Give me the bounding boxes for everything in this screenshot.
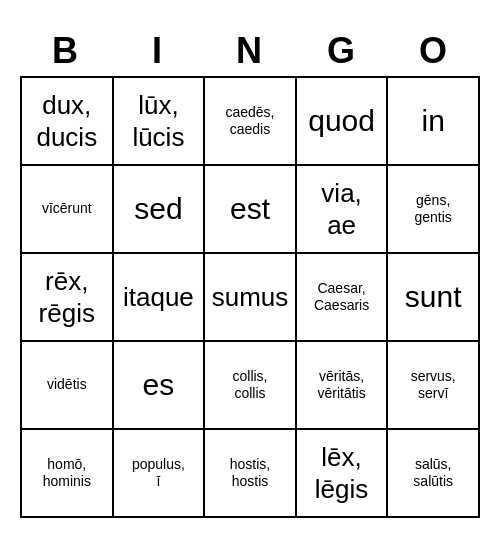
header-letter-n: N	[204, 26, 296, 76]
cell-r2-c2: sumus	[205, 254, 297, 342]
cell-text-r0-c2: caedēs,caedis	[225, 104, 274, 139]
cell-r3-c3: vēritās,vēritātis	[297, 342, 389, 430]
cell-r4-c0: homō,hominis	[22, 430, 114, 518]
cell-text-r1-c3: via,ae	[321, 177, 361, 242]
cell-text-r2-c4: sunt	[405, 278, 462, 316]
header-letter-o: O	[388, 26, 480, 76]
cell-r3-c4: servus,servī	[388, 342, 480, 430]
cell-text-r3-c2: collis,collis	[232, 368, 267, 403]
cell-r3-c2: collis,collis	[205, 342, 297, 430]
header-letter-g: G	[296, 26, 388, 76]
cell-r4-c3: lēx,lēgis	[297, 430, 389, 518]
cell-r0-c4: in	[388, 78, 480, 166]
cell-text-r3-c4: servus,servī	[411, 368, 456, 403]
bingo-grid: dux,ducislūx,lūciscaedēs,caedisquodinvīc…	[20, 76, 480, 518]
cell-r1-c3: via,ae	[297, 166, 389, 254]
cell-text-r4-c2: hostis,hostis	[230, 456, 270, 491]
cell-r3-c0: vidētis	[22, 342, 114, 430]
cell-text-r1-c0: vīcērunt	[42, 200, 92, 218]
cell-r1-c0: vīcērunt	[22, 166, 114, 254]
cell-r2-c1: itaque	[114, 254, 206, 342]
cell-text-r3-c3: vēritās,vēritātis	[317, 368, 365, 403]
cell-r2-c4: sunt	[388, 254, 480, 342]
cell-text-r4-c3: lēx,lēgis	[315, 441, 368, 506]
cell-text-r3-c0: vidētis	[47, 376, 87, 394]
cell-text-r3-c1: es	[143, 366, 175, 404]
bingo-card: BINGO dux,ducislūx,lūciscaedēs,caedisquo…	[20, 26, 480, 518]
cell-text-r2-c0: rēx,rēgis	[39, 265, 95, 330]
header-letter-i: I	[112, 26, 204, 76]
cell-text-r4-c0: homō,hominis	[43, 456, 91, 491]
cell-text-r4-c4: salūs,salūtis	[413, 456, 453, 491]
cell-text-r1-c2: est	[230, 190, 270, 228]
cell-text-r2-c3: Caesar,Caesaris	[314, 280, 369, 315]
cell-text-r0-c1: lūx,lūcis	[132, 89, 184, 154]
cell-r4-c4: salūs,salūtis	[388, 430, 480, 518]
cell-r0-c3: quod	[297, 78, 389, 166]
cell-r1-c2: est	[205, 166, 297, 254]
cell-r3-c1: es	[114, 342, 206, 430]
bingo-header: BINGO	[20, 26, 480, 76]
cell-text-r0-c4: in	[422, 102, 445, 140]
cell-r1-c1: sed	[114, 166, 206, 254]
cell-text-r0-c3: quod	[308, 102, 375, 140]
cell-text-r1-c1: sed	[134, 190, 182, 228]
cell-r0-c0: dux,ducis	[22, 78, 114, 166]
cell-r2-c3: Caesar,Caesaris	[297, 254, 389, 342]
cell-r2-c0: rēx,rēgis	[22, 254, 114, 342]
cell-r4-c2: hostis,hostis	[205, 430, 297, 518]
cell-r1-c4: gēns,gentis	[388, 166, 480, 254]
cell-text-r1-c4: gēns,gentis	[415, 192, 452, 227]
header-letter-b: B	[20, 26, 112, 76]
cell-text-r0-c0: dux,ducis	[36, 89, 97, 154]
cell-r0-c1: lūx,lūcis	[114, 78, 206, 166]
cell-text-r2-c1: itaque	[123, 281, 194, 314]
cell-r0-c2: caedēs,caedis	[205, 78, 297, 166]
cell-text-r2-c2: sumus	[212, 281, 289, 314]
cell-r4-c1: populus,ī	[114, 430, 206, 518]
cell-text-r4-c1: populus,ī	[132, 456, 185, 491]
